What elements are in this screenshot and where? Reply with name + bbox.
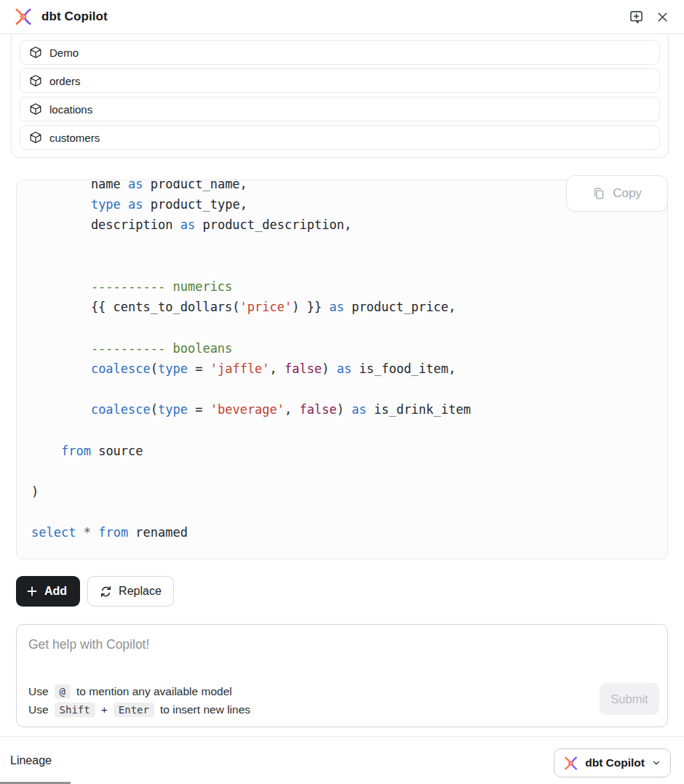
kbd-enter: Enter <box>114 703 154 717</box>
dbt-copilot-logo-icon <box>14 7 33 26</box>
prompt-input[interactable]: Get help with Copilot! <box>28 637 580 655</box>
copy-button-label: Copy <box>613 186 642 201</box>
copy-button[interactable]: Copy <box>566 175 668 212</box>
chevron-down-icon <box>651 758 661 768</box>
close-button[interactable] <box>652 7 672 27</box>
code-content: name as product_name, type as product_ty… <box>17 180 667 553</box>
refresh-icon <box>100 585 112 598</box>
hint-text: + <box>101 703 108 716</box>
replace-button[interactable]: Replace <box>87 576 174 607</box>
panel-title: dbt Copilot <box>41 9 108 24</box>
dbt-copilot-logo-icon <box>563 756 578 771</box>
add-button[interactable]: Add <box>16 576 80 607</box>
prompt-hints: Use @ to mention any available model Use… <box>28 684 250 717</box>
hint-text: to mention any available model <box>76 685 232 698</box>
model-chip-locations[interactable]: locations <box>20 97 660 121</box>
replace-button-label: Replace <box>119 585 162 598</box>
hint-newline: Use Shift + Enter to insert new lines <box>28 703 250 717</box>
hint-text: Use <box>28 685 49 698</box>
code-action-row: Add Replace <box>16 576 174 607</box>
kbd-at: @ <box>55 684 71 699</box>
copy-icon <box>592 187 605 200</box>
cube-icon <box>29 74 42 87</box>
model-chip-label: customers <box>49 132 100 144</box>
panel-header: dbt Copilot <box>0 0 684 34</box>
model-chip-orders[interactable]: orders <box>20 68 660 93</box>
cube-icon <box>29 103 42 116</box>
cube-icon <box>29 46 42 59</box>
copilot-mode-dropdown[interactable]: dbt Copilot <box>554 748 671 777</box>
dbt-copilot-panel: dbt Copilot Demo <box>0 0 684 784</box>
close-icon <box>656 10 669 24</box>
dropdown-label: dbt Copilot <box>585 756 645 769</box>
tab-lineage[interactable]: Lineage <box>10 754 52 767</box>
hint-text: to insert new lines <box>160 703 250 716</box>
submit-button[interactable]: Submit <box>600 683 659 715</box>
insert-to-editor-button[interactable] <box>626 7 646 27</box>
model-chip-label: Demo <box>49 47 79 59</box>
model-chip-demo[interactable]: Demo <box>20 40 660 65</box>
model-chip-list: Demo orders locations customers <box>11 34 669 158</box>
model-chip-customers[interactable]: customers <box>20 125 660 150</box>
hint-mention: Use @ to mention any available model <box>28 684 250 699</box>
prompt-area: Get help with Copilot! Use @ to mention … <box>16 624 668 727</box>
popout-plus-icon <box>629 9 644 25</box>
cube-icon <box>29 131 42 144</box>
add-button-label: Add <box>44 585 67 598</box>
kbd-shift: Shift <box>55 703 95 717</box>
plus-icon <box>26 585 38 597</box>
model-chip-label: locations <box>49 103 92 116</box>
model-chip-label: orders <box>49 75 81 87</box>
panel-footer: Lineage dbt Copilot <box>0 736 684 784</box>
code-block[interactable]: name as product_name, type as product_ty… <box>16 180 668 559</box>
hint-text: Use <box>28 703 49 716</box>
